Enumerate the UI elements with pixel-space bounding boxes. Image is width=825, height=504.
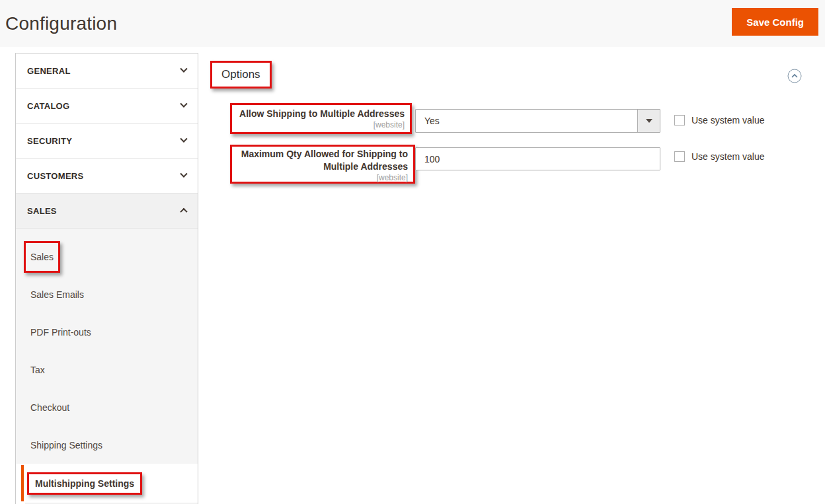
configuration-page: Configuration Save Config GENERAL CATALO… <box>0 0 825 504</box>
sidebar-item-checkout[interactable]: Checkout <box>16 388 198 426</box>
sidebar-item-pdf-print-outs[interactable]: PDF Print-outs <box>16 313 198 351</box>
annotation-box-multishipping: Multishipping Settings <box>27 472 142 495</box>
scope-label: [website] <box>237 173 408 183</box>
sidebar-section-catalog[interactable]: CATALOG <box>16 89 198 124</box>
sidebar-item-multishipping-settings[interactable]: Multishipping Settings <box>16 464 198 503</box>
collapse-section-icon[interactable] <box>787 69 802 83</box>
chevron-down-icon <box>180 170 187 178</box>
use-system-value-row-2: Use system value <box>674 151 764 162</box>
sidebar-section-security[interactable]: SECURITY <box>16 124 198 159</box>
chevron-down-icon <box>180 135 187 143</box>
chevron-up-icon <box>180 208 187 215</box>
use-system-value-checkbox-2[interactable] <box>674 151 685 162</box>
save-config-button[interactable]: Save Config <box>732 8 818 36</box>
sidebar-item-shipping-settings[interactable]: Shipping Settings <box>16 426 198 464</box>
active-item-indicator <box>21 465 24 501</box>
allow-shipping-select[interactable]: Yes <box>415 109 660 133</box>
config-sidebar: GENERAL CATALOG SECURITY CUSTOMERS SALES… <box>15 53 198 504</box>
field-label-allow-shipping: Allow Shipping to Multiple Addresses [we… <box>230 103 412 134</box>
maximum-qty-input[interactable] <box>415 147 660 170</box>
page-header: Configuration Save Config <box>0 0 825 47</box>
chevron-down-icon <box>180 65 187 73</box>
sidebar-item-tax[interactable]: Tax <box>16 351 198 388</box>
chevron-down-icon <box>180 100 187 108</box>
sidebar-section-general[interactable]: GENERAL <box>16 54 198 89</box>
annotation-box-sales: Sales <box>24 241 60 273</box>
sidebar-item-sales-emails[interactable]: Sales Emails <box>16 275 198 313</box>
field-label-maximum-qty: Maximum Qty Allowed for Shipping to Mult… <box>230 145 415 184</box>
sidebar-section-sales[interactable]: SALES <box>16 194 198 229</box>
select-arrow-button[interactable] <box>637 110 660 132</box>
sidebar-item-sales[interactable]: Sales <box>16 238 198 275</box>
caret-down-icon <box>646 119 652 123</box>
section-title-options: Options <box>210 61 272 89</box>
use-system-value-row-1: Use system value <box>674 115 764 126</box>
sales-subitems: Sales Sales Emails PDF Print-outs Tax Ch… <box>16 229 198 464</box>
sidebar-section-customers[interactable]: CUSTOMERS <box>16 159 198 194</box>
scope-label: [website] <box>237 120 405 130</box>
page-title: Configuration <box>5 13 117 34</box>
use-system-value-checkbox-1[interactable] <box>674 115 685 126</box>
